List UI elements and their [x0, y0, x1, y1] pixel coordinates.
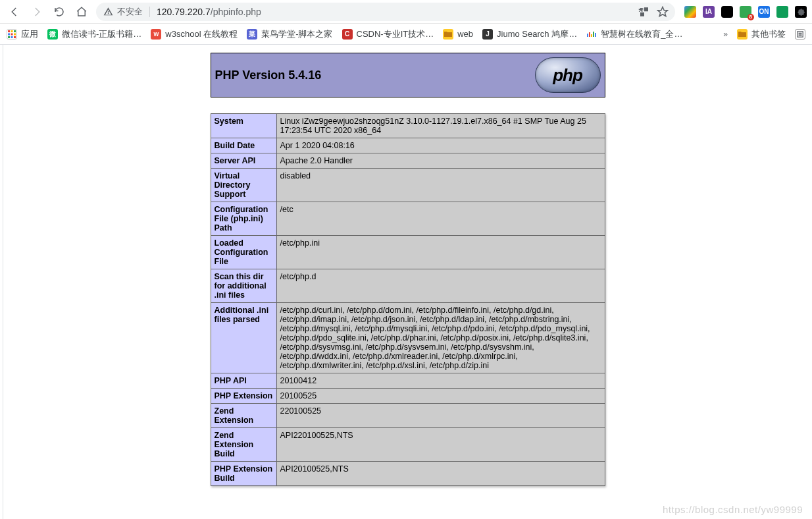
info-value: disabled — [276, 169, 605, 202]
site-icon: w — [151, 29, 161, 40]
bookmark-item-2[interactable]: 菜菜鸟学堂-脚本之家 — [247, 28, 332, 40]
svg-rect-3 — [14, 30, 16, 32]
table-row: Virtual Directory Supportdisabled — [211, 169, 605, 202]
url-path: /phpinfo.php — [211, 7, 261, 17]
forward-button[interactable] — [28, 3, 46, 21]
insecure-label: 不安全 — [117, 6, 143, 18]
svg-rect-13 — [593, 32, 594, 37]
svg-rect-10 — [587, 34, 588, 37]
reload-button[interactable] — [50, 3, 68, 21]
svg-marker-0 — [658, 7, 668, 16]
info-key: System — [211, 114, 276, 138]
table-row: Zend Extension BuildAPI220100525,NTS — [211, 428, 605, 462]
info-key: Zend Extension Build — [211, 428, 276, 462]
bookmark-item-0[interactable]: 微微信读书-正版书籍… — [47, 28, 141, 40]
extension-icon-5[interactable]: ON — [758, 6, 770, 18]
extension-icon-6[interactable] — [776, 6, 788, 18]
home-button[interactable] — [72, 3, 91, 21]
bookmark-item-5[interactable]: JJiumo Search 鸠摩… — [482, 28, 577, 40]
phpinfo-panel: PHP Version 5.4.16 php SystemLinux iZwz9… — [211, 53, 605, 486]
info-value: /etc — [276, 202, 605, 236]
table-row: Scan this dir for additional .ini files/… — [211, 269, 605, 303]
info-value: 220100525 — [276, 404, 605, 428]
extensions-puzzle-icon[interactable] — [795, 6, 807, 18]
page-content: PHP Version 5.4.16 php SystemLinux iZwz9… — [3, 45, 812, 519]
info-value: Apr 1 2020 04:08:16 — [276, 138, 605, 153]
bookmark-item-4[interactable]: web — [443, 29, 473, 40]
info-value: Linux iZwz9geewjuo2shzoqg51nZ 3.10.0-112… — [276, 114, 605, 138]
svg-rect-11 — [589, 32, 590, 37]
info-key: Additional .ini files parsed — [211, 303, 276, 373]
svg-rect-8 — [11, 36, 13, 38]
info-key: Zend Extension — [211, 404, 276, 428]
php-version-title: PHP Version 5.4.16 — [215, 68, 322, 82]
site-icon — [586, 29, 597, 40]
svg-rect-6 — [14, 33, 16, 35]
bookmark-label: web — [457, 29, 473, 39]
info-key: Server API — [211, 153, 276, 169]
info-value: /etc/php.d — [276, 269, 605, 303]
info-value: /etc/php.d/curl.ini, /etc/php.d/dom.ini,… — [276, 303, 605, 373]
other-bookmarks[interactable]: 其他书签 — [737, 28, 786, 40]
bookmark-item-6[interactable]: 智慧树在线教育_全… — [586, 28, 682, 40]
bookmark-label: Jiumo Search 鸠摩… — [497, 28, 577, 40]
info-value: API220100525,NTS — [276, 428, 605, 462]
bookmark-label: CSDN-专业IT技术… — [357, 28, 434, 40]
info-value: API20100525,NTS — [276, 462, 605, 486]
info-value: Apache 2.0 Handler — [276, 153, 605, 169]
separator — [149, 7, 150, 17]
info-key: PHP Extension — [211, 389, 276, 404]
site-icon: 微 — [47, 29, 58, 40]
extension-icons: IA 8 ON — [682, 6, 807, 18]
apps-grid-icon — [7, 29, 17, 40]
bookmarks-bar: 应用 微微信读书-正版书籍…ww3school 在线教程菜菜鸟学堂-脚本之家CC… — [0, 24, 812, 45]
table-row: PHP API20100412 — [211, 373, 605, 389]
table-row: PHP Extension BuildAPI20100525,NTS — [211, 462, 605, 486]
url-text: 120.79.220.7/phpinfo.php — [157, 7, 261, 17]
info-value: /etc/php.ini — [276, 236, 605, 269]
bookmark-item-1[interactable]: ww3school 在线教程 — [151, 28, 238, 40]
info-key: Virtual Directory Support — [211, 169, 276, 202]
php-logo: php — [535, 57, 601, 93]
info-key: Configuration File (php.ini) Path — [211, 202, 276, 236]
svg-rect-1 — [8, 30, 10, 32]
apps-shortcut[interactable]: 应用 — [7, 28, 38, 40]
table-row: Zend Extension220100525 — [211, 404, 605, 428]
info-key: PHP API — [211, 373, 276, 389]
info-key: PHP Extension Build — [211, 462, 276, 486]
address-bar[interactable]: 不安全 120.79.220.7/phpinfo.php — [96, 3, 675, 21]
bookmark-overflow[interactable]: » — [723, 30, 728, 39]
folder-icon — [443, 29, 453, 40]
site-icon: J — [482, 29, 493, 40]
info-key: Scan this dir for additional .ini files — [211, 269, 276, 303]
translate-icon[interactable] — [638, 6, 650, 18]
bookmark-label: 微信读书-正版书籍… — [62, 28, 141, 40]
extension-icon-1[interactable] — [684, 6, 696, 18]
info-key: Loaded Configuration File — [211, 236, 276, 269]
info-key: Build Date — [211, 138, 276, 153]
phpinfo-header: PHP Version 5.4.16 php — [211, 53, 605, 97]
extension-badge: 8 — [748, 14, 754, 20]
reading-list-icon[interactable] — [795, 29, 805, 40]
svg-rect-14 — [595, 33, 596, 37]
svg-rect-12 — [591, 34, 592, 37]
svg-rect-4 — [8, 33, 10, 35]
watermark-text: https://blog.csdn.net/yw99999 — [663, 504, 803, 515]
svg-rect-7 — [8, 36, 10, 38]
extension-icon-4[interactable]: 8 — [740, 6, 751, 18]
info-value: 20100412 — [276, 373, 605, 389]
table-row: Additional .ini files parsed/etc/php.d/c… — [211, 303, 605, 373]
table-row: PHP Extension20100525 — [211, 389, 605, 404]
url-host: 120.79.220.7 — [157, 7, 211, 17]
info-value: 20100525 — [276, 389, 605, 404]
table-row: Loaded Configuration File/etc/php.ini — [211, 236, 605, 269]
table-row: SystemLinux iZwz9geewjuo2shzoqg51nZ 3.10… — [211, 114, 605, 138]
bookmark-item-3[interactable]: CCSDN-专业IT技术… — [342, 28, 434, 40]
back-button[interactable] — [5, 3, 24, 21]
insecure-warning-icon — [103, 7, 113, 17]
bookmark-label: w3school 在线教程 — [165, 28, 238, 40]
extension-icon-ia[interactable]: IA — [703, 6, 715, 18]
folder-icon — [737, 29, 748, 40]
bookmark-star-icon[interactable] — [657, 6, 669, 18]
extension-icon-3[interactable] — [721, 6, 733, 18]
